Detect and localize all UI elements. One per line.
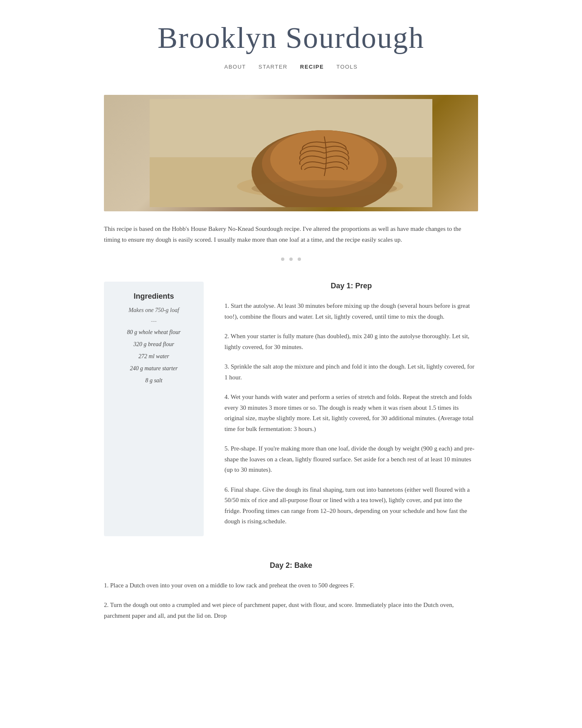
day1-step-5: 5. Pre-shape. If you're making more than… [224,443,478,475]
dot-2 [289,258,293,261]
ingredients-panel: Ingredients Makes one 750-g loaf --- 80 … [104,282,204,536]
ingredients-title: Ingredients [112,292,195,301]
day2-step-1: 1. Place a Dutch oven into your oven on … [104,580,478,591]
ingredients-subtitle: Makes one 750-g loaf [112,307,195,314]
intro-text: This recipe is based on the Hobb's House… [104,224,478,245]
ingredient-water: 272 ml water [112,352,195,361]
nav-recipe[interactable]: RECIPE [300,64,324,70]
day1-step-1: 1. Start the autolyse. At least 30 minut… [224,301,478,322]
dot-3 [298,258,301,261]
day2-step-2: 2. Turn the dough out onto a crumpled an… [104,600,478,621]
day1-title: Day 1: Prep [224,282,478,290]
ingredient-bread-flour: 320 g bread flour [112,340,195,349]
svg-point-5 [270,130,378,188]
nav-about[interactable]: ABOUT [224,64,246,70]
dot-1 [281,258,284,261]
main-nav: ABOUT STARTER RECIPE TOOLS [104,64,478,70]
day1-step-6: 6. Final shape. Give the dough its final… [224,485,478,527]
hero-image [104,95,478,211]
day2-title: Day 2: Bake [104,561,478,570]
ingredient-starter: 240 g mature starter [112,364,195,373]
nav-tools[interactable]: TOOLS [336,64,358,70]
ingredient-whole-wheat: 80 g whole wheat flour [112,328,195,337]
svg-point-6 [252,180,397,197]
site-header: Brooklyn Sourdough ABOUT STARTER RECIPE … [104,0,478,78]
page-title: Brooklyn Sourdough [104,21,478,55]
dots-divider [104,258,478,261]
content-layout: Ingredients Makes one 750-g loaf --- 80 … [104,282,478,536]
day1-step-3: 3. Sprinkle the salt atop the mixture an… [224,362,478,383]
ingredient-salt: 8 g salt [112,376,195,385]
day1-step-2: 2. When your starter is fully mature (ha… [224,331,478,352]
day1-section: Day 1: Prep 1. Start the autolyse. At le… [224,282,478,536]
nav-starter[interactable]: STARTER [259,64,288,70]
day2-section: Day 2: Bake 1. Place a Dutch oven into y… [104,561,478,622]
day1-step-4: 4. Wet your hands with water and perform… [224,392,478,434]
ingredients-divider: --- [112,318,195,324]
